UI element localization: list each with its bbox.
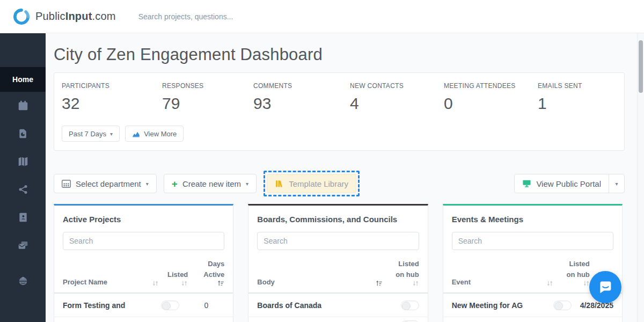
- books-icon: [275, 179, 284, 188]
- listed-cell: [389, 301, 419, 310]
- project-name-link[interactable]: Form Testing and: [63, 301, 141, 310]
- column-listed-on-hub[interactable]: Listed on hub: [391, 259, 419, 287]
- sidebar-item-contacts[interactable]: [0, 203, 46, 231]
- map-icon: [17, 156, 29, 167]
- table-row: [248, 317, 427, 322]
- report-file-icon: [18, 128, 28, 140]
- listed-cell: [149, 301, 179, 310]
- sidebar-item-support[interactable]: [0, 267, 46, 295]
- event-name-link[interactable]: New Meeting for AG: [452, 301, 531, 310]
- calendar-icon: [17, 100, 29, 112]
- app-shell: Home: [0, 33, 644, 322]
- column-project-name[interactable]: Project Name: [63, 277, 159, 288]
- sort-icon: [181, 280, 188, 287]
- stat-responses: RESPONSES 79: [162, 81, 253, 113]
- column-body[interactable]: Body: [257, 277, 382, 288]
- caret-down-icon: ▾: [246, 181, 248, 187]
- plus-icon: +: [172, 179, 178, 189]
- share-icon: [18, 184, 28, 195]
- stat-new-contacts: NEW CONTACTS 4: [350, 81, 444, 113]
- stat-comments: COMMENTS 93: [253, 81, 350, 113]
- stat-meeting-attendees: MEETING ATTENDEES 0: [444, 81, 538, 113]
- brand-text: PublicInput.com: [35, 10, 116, 23]
- active-projects-search-input[interactable]: [63, 232, 224, 250]
- caret-down-icon: ▾: [146, 181, 149, 187]
- listed-toggle[interactable]: [401, 301, 419, 310]
- sort-amount-up-icon: [217, 280, 224, 287]
- global-search-input[interactable]: [138, 12, 364, 21]
- panel-title: Boards, Commissions, and Councils: [248, 206, 427, 224]
- sidebar-item-home[interactable]: Home: [0, 67, 46, 92]
- caret-down-icon: ▾: [110, 131, 113, 137]
- sidebar-item-reports[interactable]: [0, 120, 46, 148]
- department-icon: [62, 180, 71, 188]
- sidebar: Home: [0, 33, 46, 322]
- panel-title: Active Projects: [54, 206, 233, 224]
- create-new-item-dropdown[interactable]: + Create new item ▾: [164, 174, 257, 193]
- stat-participants: PARTICIPANTS 32: [62, 81, 162, 113]
- view-public-portal-split-button: View Public Portal ▾: [514, 174, 625, 193]
- listed-cell: [539, 301, 572, 310]
- top-navbar: PublicInput.com: [0, 0, 644, 33]
- boards-panel: Boards, Commissions, and Councils Body L…: [248, 204, 428, 322]
- body-name-link[interactable]: Boards of Canada: [257, 301, 380, 310]
- dashboard-panels: Active Projects Project Name Listed: [54, 204, 623, 322]
- table-row: Boards of Canada: [248, 294, 427, 317]
- stats-row: PARTICIPANTS 32 RESPONSES 79 COMMENTS 93…: [62, 81, 617, 113]
- scrollbar-thumb[interactable]: [639, 40, 643, 93]
- table-header: Project Name Listed Days Active: [54, 253, 233, 294]
- sidebar-item-email[interactable]: [0, 231, 46, 259]
- vertical-scrollbar: [637, 33, 644, 322]
- table-header: Body Listed on hub: [248, 253, 427, 294]
- stat-emails-sent: EMAILS SENT 1: [538, 81, 582, 113]
- sidebar-item-map[interactable]: [0, 148, 46, 175]
- sort-icon: [412, 280, 419, 287]
- template-library-highlight: Template Library: [264, 171, 360, 196]
- logo-swirl-icon: [13, 9, 30, 25]
- caret-down-icon: ▾: [615, 181, 618, 187]
- chat-widget-button[interactable]: [589, 271, 621, 303]
- publicinput-logo[interactable]: [13, 9, 30, 25]
- view-more-button[interactable]: View More: [125, 126, 184, 142]
- sort-amount-up-icon: [376, 280, 383, 287]
- template-library-button[interactable]: Template Library: [267, 174, 356, 193]
- listed-toggle[interactable]: [553, 301, 572, 310]
- engagement-stats-card: PARTICIPANTS 32 RESPONSES 79 COMMENTS 93…: [54, 72, 625, 151]
- address-book-icon: [18, 212, 28, 223]
- days-active-value: 0: [188, 301, 224, 310]
- view-public-portal-button[interactable]: View Public Portal: [515, 174, 609, 193]
- boards-search-input[interactable]: [257, 232, 419, 250]
- toolbar: Select department ▾ + Create new item ▾ …: [54, 171, 625, 196]
- sidebar-item-meetings[interactable]: [0, 92, 46, 120]
- sort-icon: [583, 280, 590, 287]
- view-public-portal-caret[interactable]: ▾: [609, 174, 624, 193]
- column-event[interactable]: Event: [452, 277, 553, 288]
- events-meetings-panel: Events & Meetings Event Listed on hub: [443, 204, 623, 322]
- page-title: City of Zen Engagement Dashboard: [54, 45, 644, 64]
- main-content: City of Zen Engagement Dashboard PARTICI…: [46, 33, 644, 322]
- column-listed-on-hub[interactable]: Listed on hub: [562, 259, 590, 287]
- events-search-input[interactable]: [452, 232, 613, 250]
- table-row: Form Testing and 0: [54, 294, 233, 317]
- select-department-dropdown[interactable]: Select department ▾: [54, 174, 157, 193]
- sidebar-item-share[interactable]: [0, 175, 46, 203]
- column-days-active[interactable]: Days Active: [196, 259, 224, 287]
- sort-icon: [546, 280, 553, 287]
- support-icon: [17, 275, 29, 287]
- column-listed[interactable]: Listed: [167, 269, 188, 288]
- listed-toggle[interactable]: [161, 301, 179, 310]
- email-stack-icon: [17, 240, 29, 251]
- monitor-icon: [522, 179, 531, 188]
- area-chart-icon: [132, 130, 140, 137]
- date-range-dropdown[interactable]: Past 7 Days ▾: [62, 126, 120, 142]
- chat-bubble-icon: [597, 279, 614, 296]
- stats-actions: Past 7 Days ▾ View More: [62, 126, 617, 142]
- panel-title: Events & Meetings: [443, 206, 622, 224]
- active-projects-panel: Active Projects Project Name Listed: [54, 204, 233, 322]
- sort-icon: [152, 280, 159, 287]
